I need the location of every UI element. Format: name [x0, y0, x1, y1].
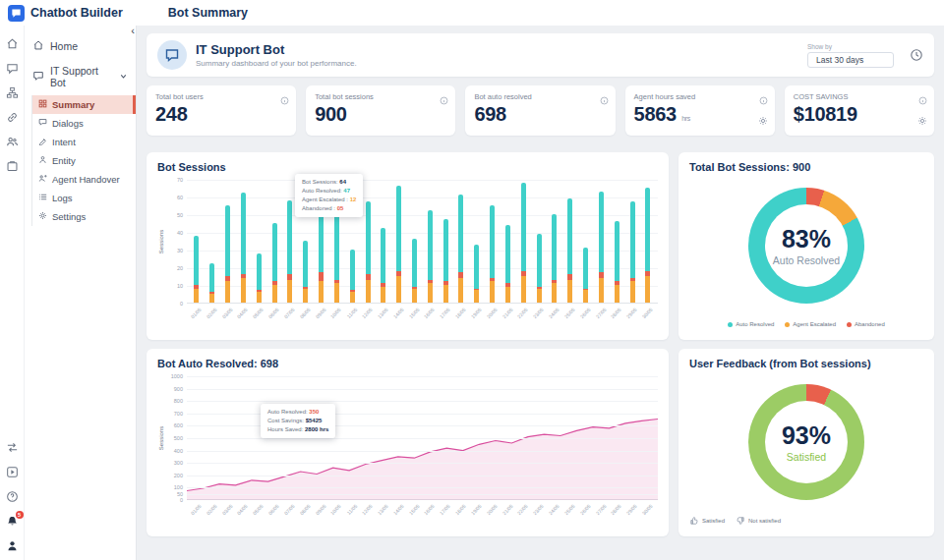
- home-icon[interactable]: [6, 37, 19, 50]
- bar-slot: [640, 180, 656, 303]
- sidebar-item-agent-handover[interactable]: Agent Handover: [32, 170, 136, 189]
- donut-chart[interactable]: 83% Auto Resolved: [689, 173, 923, 317]
- line-chart[interactable]: Sessions 0501002003004005006007008009001…: [157, 376, 658, 500]
- clipboard-icon[interactable]: [6, 160, 19, 173]
- donut-center: 83% Auto Resolved: [765, 204, 848, 287]
- tooltip-row: Abandoned : 05: [302, 204, 356, 213]
- info-icon[interactable]: [440, 91, 448, 109]
- info-icon[interactable]: [280, 91, 289, 109]
- users-icon[interactable]: [6, 136, 19, 148]
- session-bar[interactable]: [272, 223, 277, 303]
- x-slot: 08/05: [298, 304, 314, 327]
- info-icon[interactable]: [600, 91, 609, 109]
- legend-item-satisfied[interactable]: Satisfied: [689, 516, 725, 526]
- info-icon[interactable]: [759, 91, 768, 109]
- gear-icon[interactable]: [758, 112, 768, 130]
- kpi-label: Total bot sessions: [315, 92, 446, 101]
- session-bar[interactable]: [241, 193, 246, 303]
- session-bar[interactable]: [552, 214, 557, 303]
- collapse-sidebar-icon[interactable]: ‹: [131, 26, 135, 35]
- session-bar[interactable]: [443, 219, 448, 303]
- session-bar[interactable]: [599, 192, 604, 303]
- play-square-icon[interactable]: [6, 466, 19, 478]
- session-bar[interactable]: [257, 253, 262, 303]
- x-tick-label: 24/05: [548, 503, 560, 516]
- x-slot: 09/05: [314, 304, 329, 327]
- sidebar-item-dialogs[interactable]: Dialogs: [32, 114, 136, 133]
- x-axis: 01/0502/0503/0504/0505/0506/0507/0508/05…: [187, 500, 658, 524]
- swap-arrows-icon[interactable]: [6, 441, 19, 454]
- kpi-value: 698: [474, 103, 606, 126]
- sitemap-icon[interactable]: [6, 86, 19, 99]
- session-bar[interactable]: [474, 245, 479, 303]
- session-bar[interactable]: [458, 195, 463, 303]
- legend-item-not-satisfied[interactable]: Not satisfied: [736, 516, 781, 526]
- y-tick-label: 500: [174, 435, 183, 441]
- profile-icon[interactable]: [6, 539, 19, 552]
- sidebar-item-home[interactable]: Home: [25, 33, 136, 59]
- session-bar[interactable]: [334, 214, 339, 303]
- sidebar-item-logs[interactable]: Logs: [32, 189, 136, 207]
- feedback-donut[interactable]: 93% Satisfied: [748, 384, 864, 500]
- sidebar-item-entity[interactable]: Entity: [32, 151, 136, 170]
- tooltip-value: $5425: [306, 418, 323, 423]
- clock-icon[interactable]: [910, 48, 923, 62]
- app-logo-icon[interactable]: [8, 5, 25, 22]
- session-bar[interactable]: [303, 241, 308, 303]
- session-bar[interactable]: [505, 225, 510, 303]
- link-icon[interactable]: [6, 111, 19, 124]
- session-bar[interactable]: [366, 201, 371, 303]
- bar-plot-area[interactable]: [187, 180, 658, 304]
- session-bar[interactable]: [381, 228, 385, 303]
- session-bar[interactable]: [225, 205, 230, 303]
- session-bar[interactable]: [615, 221, 620, 303]
- legend-item-auto-resolved[interactable]: Auto Resolved: [728, 321, 774, 327]
- x-tick-label: 08/05: [298, 503, 311, 516]
- kpi-cost-savings: COST SAVINGS $10819: [785, 85, 934, 136]
- session-bar[interactable]: [194, 236, 199, 303]
- x-slot: 20/05: [485, 500, 501, 524]
- session-bar[interactable]: [490, 205, 495, 303]
- bots-icon[interactable]: [6, 62, 19, 75]
- legend-item-agent-escalated[interactable]: Agent Escalated: [785, 321, 836, 327]
- page-title: Bot Summary: [168, 6, 248, 20]
- session-bar[interactable]: [537, 234, 542, 303]
- bar-chart[interactable]: Sessions 010203040506070 Bot Sessions: 6…: [157, 180, 658, 304]
- session-bar[interactable]: [521, 183, 526, 303]
- y-axis: Sessions 010203040506070: [157, 180, 187, 304]
- sidebar-item-settings[interactable]: Settings: [32, 207, 136, 226]
- legend-label: Not satisfied: [748, 518, 781, 524]
- notifications-bell-icon[interactable]: 5: [6, 515, 19, 528]
- sessions-donut[interactable]: 83% Auto Resolved: [748, 188, 864, 304]
- x-slot: 30/05: [640, 304, 656, 327]
- sidebar-item-bot[interactable]: IT Support Bot: [25, 59, 136, 94]
- kpi-label: COST SAVINGS: [794, 92, 925, 101]
- session-bar[interactable]: [209, 263, 214, 303]
- legend-item-abandoned[interactable]: Abandoned: [847, 321, 885, 327]
- gear-icon[interactable]: [917, 112, 927, 130]
- tooltip-row: Auto Resolved: 47: [302, 187, 356, 196]
- line-plot-area[interactable]: [187, 376, 658, 500]
- session-bar[interactable]: [287, 200, 292, 303]
- x-tick-label: 20/05: [485, 503, 498, 516]
- sidebar-item-intent[interactable]: Intent: [32, 133, 136, 151]
- donut-chart[interactable]: 93% Satisfied: [689, 369, 923, 514]
- session-bar[interactable]: [350, 250, 355, 303]
- x-tick-label: 28/05: [610, 503, 622, 516]
- sidebar-item-summary[interactable]: Summary: [32, 95, 136, 114]
- info-icon[interactable]: [918, 91, 927, 109]
- gridline: [187, 476, 658, 476]
- date-range-select[interactable]: Last 30 days: [807, 52, 894, 68]
- session-bar[interactable]: [412, 239, 417, 303]
- session-bar[interactable]: [567, 198, 572, 303]
- session-bar[interactable]: [645, 188, 650, 303]
- y-axis-title: Sessions: [158, 426, 164, 450]
- help-icon[interactable]: [6, 490, 19, 503]
- bar-slot: [515, 180, 531, 303]
- session-bar[interactable]: [630, 201, 635, 303]
- bars-group: [187, 180, 658, 303]
- sidebar: ‹ Home IT Support Bot Summary Dialogs: [25, 26, 137, 560]
- session-bar[interactable]: [428, 210, 433, 303]
- session-bar[interactable]: [583, 248, 588, 303]
- session-bar[interactable]: [396, 186, 401, 303]
